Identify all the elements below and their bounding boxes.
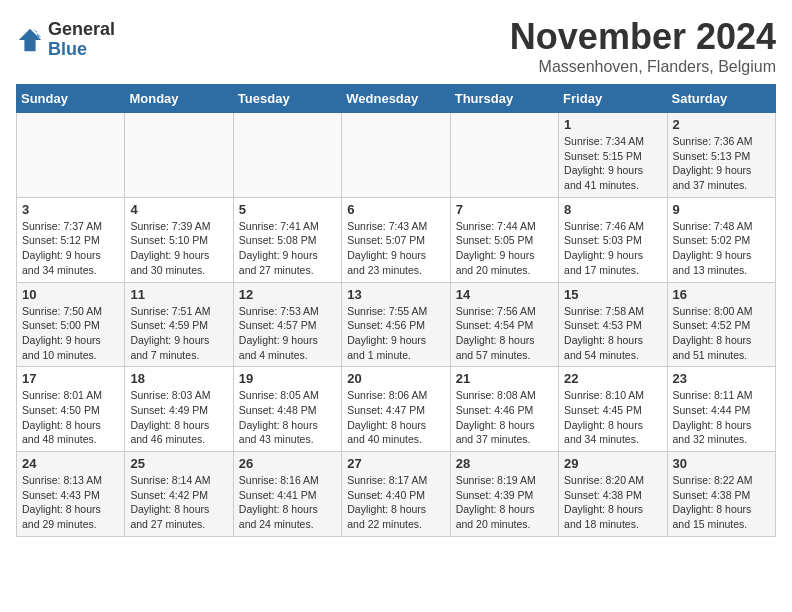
calendar-week-row: 10Sunrise: 7:50 AM Sunset: 5:00 PM Dayli…	[17, 282, 776, 367]
day-number: 29	[564, 456, 661, 471]
day-info: Sunrise: 8:03 AM Sunset: 4:49 PM Dayligh…	[130, 388, 227, 447]
day-number: 20	[347, 371, 444, 386]
calendar-day-cell: 6Sunrise: 7:43 AM Sunset: 5:07 PM Daylig…	[342, 197, 450, 282]
day-number: 24	[22, 456, 119, 471]
day-info: Sunrise: 7:53 AM Sunset: 4:57 PM Dayligh…	[239, 304, 336, 363]
calendar-day-cell: 22Sunrise: 8:10 AM Sunset: 4:45 PM Dayli…	[559, 367, 667, 452]
day-number: 21	[456, 371, 553, 386]
day-info: Sunrise: 7:58 AM Sunset: 4:53 PM Dayligh…	[564, 304, 661, 363]
day-info: Sunrise: 7:48 AM Sunset: 5:02 PM Dayligh…	[673, 219, 770, 278]
day-number: 7	[456, 202, 553, 217]
weekday-header-row: SundayMondayTuesdayWednesdayThursdayFrid…	[17, 85, 776, 113]
calendar-day-cell: 27Sunrise: 8:17 AM Sunset: 4:40 PM Dayli…	[342, 452, 450, 537]
calendar-day-cell: 10Sunrise: 7:50 AM Sunset: 5:00 PM Dayli…	[17, 282, 125, 367]
day-info: Sunrise: 7:41 AM Sunset: 5:08 PM Dayligh…	[239, 219, 336, 278]
day-number: 28	[456, 456, 553, 471]
calendar-day-cell: 1Sunrise: 7:34 AM Sunset: 5:15 PM Daylig…	[559, 113, 667, 198]
day-number: 1	[564, 117, 661, 132]
calendar-day-cell: 9Sunrise: 7:48 AM Sunset: 5:02 PM Daylig…	[667, 197, 775, 282]
day-info: Sunrise: 8:20 AM Sunset: 4:38 PM Dayligh…	[564, 473, 661, 532]
day-number: 10	[22, 287, 119, 302]
calendar-day-cell: 20Sunrise: 8:06 AM Sunset: 4:47 PM Dayli…	[342, 367, 450, 452]
day-number: 6	[347, 202, 444, 217]
calendar-day-cell: 13Sunrise: 7:55 AM Sunset: 4:56 PM Dayli…	[342, 282, 450, 367]
day-number: 16	[673, 287, 770, 302]
day-info: Sunrise: 7:55 AM Sunset: 4:56 PM Dayligh…	[347, 304, 444, 363]
logo: General Blue	[16, 20, 115, 60]
day-number: 4	[130, 202, 227, 217]
location-subtitle: Massenhoven, Flanders, Belgium	[510, 58, 776, 76]
day-number: 26	[239, 456, 336, 471]
day-info: Sunrise: 8:05 AM Sunset: 4:48 PM Dayligh…	[239, 388, 336, 447]
calendar-week-row: 24Sunrise: 8:13 AM Sunset: 4:43 PM Dayli…	[17, 452, 776, 537]
calendar-day-cell: 18Sunrise: 8:03 AM Sunset: 4:49 PM Dayli…	[125, 367, 233, 452]
weekday-header-cell: Tuesday	[233, 85, 341, 113]
calendar-day-cell: 30Sunrise: 8:22 AM Sunset: 4:38 PM Dayli…	[667, 452, 775, 537]
day-info: Sunrise: 8:11 AM Sunset: 4:44 PM Dayligh…	[673, 388, 770, 447]
day-number: 12	[239, 287, 336, 302]
day-number: 5	[239, 202, 336, 217]
day-info: Sunrise: 8:19 AM Sunset: 4:39 PM Dayligh…	[456, 473, 553, 532]
day-number: 9	[673, 202, 770, 217]
svg-marker-0	[19, 29, 41, 51]
calendar-day-cell: 24Sunrise: 8:13 AM Sunset: 4:43 PM Dayli…	[17, 452, 125, 537]
day-info: Sunrise: 7:34 AM Sunset: 5:15 PM Dayligh…	[564, 134, 661, 193]
calendar-day-cell: 7Sunrise: 7:44 AM Sunset: 5:05 PM Daylig…	[450, 197, 558, 282]
day-info: Sunrise: 7:43 AM Sunset: 5:07 PM Dayligh…	[347, 219, 444, 278]
calendar-day-cell: 25Sunrise: 8:14 AM Sunset: 4:42 PM Dayli…	[125, 452, 233, 537]
weekday-header-cell: Wednesday	[342, 85, 450, 113]
calendar-day-cell	[233, 113, 341, 198]
day-info: Sunrise: 8:01 AM Sunset: 4:50 PM Dayligh…	[22, 388, 119, 447]
calendar-day-cell: 28Sunrise: 8:19 AM Sunset: 4:39 PM Dayli…	[450, 452, 558, 537]
day-info: Sunrise: 7:44 AM Sunset: 5:05 PM Dayligh…	[456, 219, 553, 278]
day-number: 25	[130, 456, 227, 471]
calendar-day-cell	[450, 113, 558, 198]
weekday-header-cell: Sunday	[17, 85, 125, 113]
day-number: 3	[22, 202, 119, 217]
day-number: 23	[673, 371, 770, 386]
calendar-day-cell: 29Sunrise: 8:20 AM Sunset: 4:38 PM Dayli…	[559, 452, 667, 537]
calendar-table: SundayMondayTuesdayWednesdayThursdayFrid…	[16, 84, 776, 537]
month-title: November 2024	[510, 16, 776, 58]
day-number: 30	[673, 456, 770, 471]
calendar-day-cell: 2Sunrise: 7:36 AM Sunset: 5:13 PM Daylig…	[667, 113, 775, 198]
calendar-day-cell: 14Sunrise: 7:56 AM Sunset: 4:54 PM Dayli…	[450, 282, 558, 367]
day-number: 14	[456, 287, 553, 302]
calendar-day-cell: 26Sunrise: 8:16 AM Sunset: 4:41 PM Dayli…	[233, 452, 341, 537]
day-info: Sunrise: 8:14 AM Sunset: 4:42 PM Dayligh…	[130, 473, 227, 532]
day-info: Sunrise: 8:16 AM Sunset: 4:41 PM Dayligh…	[239, 473, 336, 532]
weekday-header-cell: Saturday	[667, 85, 775, 113]
day-info: Sunrise: 8:00 AM Sunset: 4:52 PM Dayligh…	[673, 304, 770, 363]
calendar-day-cell: 17Sunrise: 8:01 AM Sunset: 4:50 PM Dayli…	[17, 367, 125, 452]
calendar-day-cell: 8Sunrise: 7:46 AM Sunset: 5:03 PM Daylig…	[559, 197, 667, 282]
day-number: 17	[22, 371, 119, 386]
calendar-week-row: 1Sunrise: 7:34 AM Sunset: 5:15 PM Daylig…	[17, 113, 776, 198]
header: General Blue November 2024 Massenhoven, …	[16, 16, 776, 76]
day-number: 13	[347, 287, 444, 302]
logo-icon	[16, 26, 44, 54]
day-number: 22	[564, 371, 661, 386]
day-number: 19	[239, 371, 336, 386]
calendar-week-row: 3Sunrise: 7:37 AM Sunset: 5:12 PM Daylig…	[17, 197, 776, 282]
day-info: Sunrise: 7:51 AM Sunset: 4:59 PM Dayligh…	[130, 304, 227, 363]
day-info: Sunrise: 7:50 AM Sunset: 5:00 PM Dayligh…	[22, 304, 119, 363]
day-info: Sunrise: 7:36 AM Sunset: 5:13 PM Dayligh…	[673, 134, 770, 193]
calendar-day-cell	[17, 113, 125, 198]
day-info: Sunrise: 8:10 AM Sunset: 4:45 PM Dayligh…	[564, 388, 661, 447]
logo-general-text: General	[48, 20, 115, 40]
weekday-header-cell: Thursday	[450, 85, 558, 113]
calendar-day-cell: 11Sunrise: 7:51 AM Sunset: 4:59 PM Dayli…	[125, 282, 233, 367]
logo-blue-text: Blue	[48, 40, 115, 60]
day-info: Sunrise: 8:22 AM Sunset: 4:38 PM Dayligh…	[673, 473, 770, 532]
day-number: 15	[564, 287, 661, 302]
calendar-day-cell	[342, 113, 450, 198]
calendar-day-cell: 15Sunrise: 7:58 AM Sunset: 4:53 PM Dayli…	[559, 282, 667, 367]
calendar-day-cell: 12Sunrise: 7:53 AM Sunset: 4:57 PM Dayli…	[233, 282, 341, 367]
day-number: 8	[564, 202, 661, 217]
title-section: November 2024 Massenhoven, Flanders, Bel…	[510, 16, 776, 76]
day-number: 18	[130, 371, 227, 386]
day-number: 27	[347, 456, 444, 471]
calendar-day-cell: 5Sunrise: 7:41 AM Sunset: 5:08 PM Daylig…	[233, 197, 341, 282]
calendar-day-cell: 3Sunrise: 7:37 AM Sunset: 5:12 PM Daylig…	[17, 197, 125, 282]
calendar-day-cell	[125, 113, 233, 198]
